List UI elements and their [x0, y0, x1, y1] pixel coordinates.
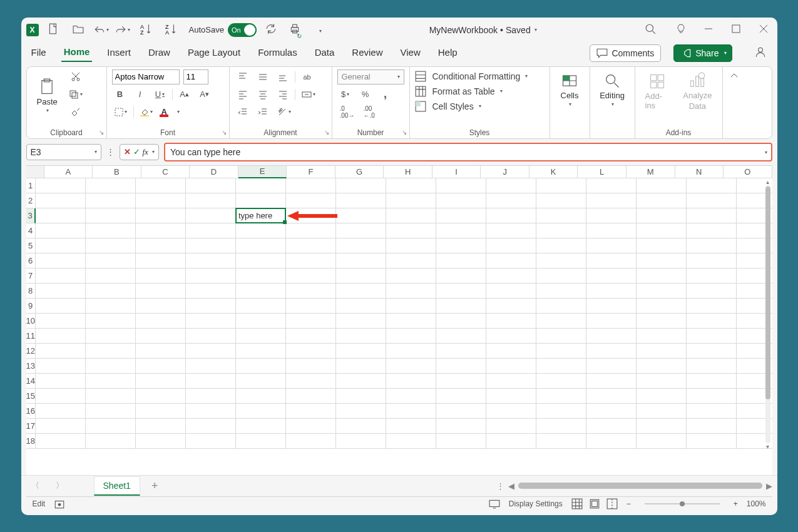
cell[interactable]: [536, 208, 586, 223]
cell[interactable]: [336, 284, 386, 299]
cell[interactable]: [687, 299, 737, 314]
cell[interactable]: [436, 253, 486, 269]
format-as-table-button[interactable]: Format as Table▾: [415, 86, 545, 97]
cell[interactable]: [336, 269, 386, 284]
cell[interactable]: [186, 314, 236, 329]
font-size-dropdown[interactable]: [183, 69, 208, 84]
cell[interactable]: [136, 299, 186, 314]
cell[interactable]: [186, 404, 236, 419]
align-center-icon[interactable]: [255, 87, 271, 102]
cell[interactable]: [536, 178, 586, 193]
cell[interactable]: [86, 314, 136, 329]
cell[interactable]: [236, 344, 286, 359]
cell[interactable]: [386, 253, 436, 269]
analyze-data-button[interactable]: Analyze Data: [678, 69, 717, 111]
cell[interactable]: [687, 178, 737, 193]
cell[interactable]: [536, 419, 586, 434]
cell[interactable]: [336, 178, 386, 193]
cell[interactable]: [486, 374, 536, 389]
cell[interactable]: [586, 404, 637, 419]
tab-page-layout[interactable]: Page Layout: [185, 44, 243, 61]
cell[interactable]: [136, 374, 186, 389]
cell[interactable]: [86, 374, 136, 389]
cell[interactable]: [186, 374, 236, 389]
conditional-formatting-button[interactable]: Conditional Formatting▾: [415, 71, 545, 82]
fill-color-button[interactable]: ▾: [138, 105, 155, 120]
cell[interactable]: [236, 238, 286, 253]
cell[interactable]: [136, 208, 186, 223]
open-folder-icon[interactable]: [69, 21, 88, 39]
cell[interactable]: [36, 193, 86, 208]
chevron-down-icon[interactable]: ▾: [128, 27, 130, 33]
cell[interactable]: type here: [236, 208, 286, 223]
chevron-down-icon[interactable]: ▾: [106, 27, 109, 33]
comments-button[interactable]: Comments: [590, 44, 661, 62]
cell[interactable]: [36, 374, 86, 389]
chevron-down-icon[interactable]: ▾: [724, 50, 727, 56]
cell[interactable]: [286, 374, 336, 389]
new-sheet-button[interactable]: +: [146, 477, 163, 495]
cell[interactable]: [36, 299, 86, 314]
cell[interactable]: [536, 404, 586, 419]
cell[interactable]: [486, 178, 536, 193]
sync-icon[interactable]: [262, 21, 280, 39]
cell[interactable]: [286, 178, 336, 193]
cell[interactable]: [186, 419, 236, 434]
editing-button[interactable]: Editing ▾: [595, 69, 630, 107]
normal-view-icon[interactable]: [571, 498, 583, 509]
cell[interactable]: [436, 269, 486, 284]
cell[interactable]: [86, 329, 136, 344]
wrap-text-button[interactable]: ab: [299, 69, 315, 84]
page-layout-view-icon[interactable]: [589, 498, 600, 509]
cell[interactable]: [86, 404, 136, 419]
cell[interactable]: [136, 193, 186, 208]
column-header[interactable]: N: [675, 166, 724, 178]
cell[interactable]: [637, 374, 687, 389]
cell[interactable]: [336, 223, 386, 238]
enter-icon[interactable]: ✓: [133, 147, 140, 156]
cell[interactable]: [536, 434, 586, 449]
cell[interactable]: [436, 223, 486, 238]
column-header[interactable]: G: [335, 166, 384, 178]
cell[interactable]: [687, 434, 737, 449]
cell[interactable]: [586, 434, 637, 449]
cell[interactable]: [386, 374, 436, 389]
cell[interactable]: [436, 389, 486, 404]
cell[interactable]: [436, 238, 486, 253]
row-header[interactable]: 17: [26, 419, 36, 434]
cell[interactable]: [36, 284, 86, 299]
vertical-scrollbar[interactable]: ▴▾: [764, 178, 772, 450]
cell[interactable]: [36, 253, 86, 269]
cell[interactable]: [586, 269, 637, 284]
zoom-slider[interactable]: [645, 503, 720, 504]
tab-data[interactable]: Data: [312, 44, 337, 61]
cell[interactable]: [436, 419, 486, 434]
cell[interactable]: [637, 389, 687, 404]
cell[interactable]: [336, 344, 386, 359]
cell[interactable]: [186, 193, 236, 208]
addins-button[interactable]: Add-ins: [640, 70, 675, 110]
cell[interactable]: [536, 314, 586, 329]
cell[interactable]: [86, 178, 136, 193]
cell[interactable]: [536, 193, 586, 208]
cell[interactable]: [336, 253, 386, 269]
column-header[interactable]: A: [44, 166, 93, 178]
cell[interactable]: [637, 299, 687, 314]
cell[interactable]: [637, 223, 687, 238]
cell[interactable]: [336, 389, 386, 404]
cell[interactable]: [486, 193, 536, 208]
row-header[interactable]: 16: [26, 404, 36, 419]
cell[interactable]: [386, 404, 436, 419]
cell[interactable]: [486, 389, 536, 404]
zoom-value[interactable]: 100%: [747, 499, 766, 508]
align-middle-icon[interactable]: [255, 69, 271, 84]
cell[interactable]: [236, 223, 286, 238]
cell[interactable]: [336, 314, 386, 329]
cell[interactable]: [687, 344, 737, 359]
cell[interactable]: [486, 253, 536, 269]
cell[interactable]: [586, 208, 637, 223]
dialog-launcher-icon[interactable]: ↘: [402, 129, 407, 136]
print-icon[interactable]: ↻: [285, 21, 309, 39]
cell[interactable]: [586, 374, 637, 389]
cell[interactable]: [136, 253, 186, 269]
